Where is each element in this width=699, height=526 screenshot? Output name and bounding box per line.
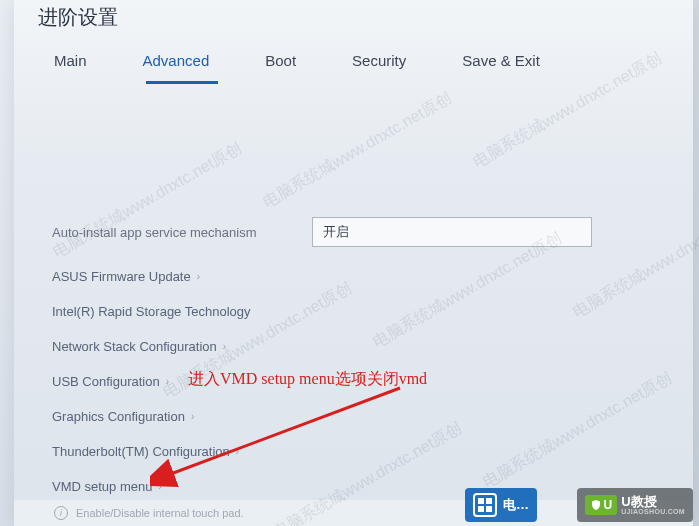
info-icon: i — [54, 506, 68, 520]
asus-fw-label: ASUS Firmware Update — [52, 269, 191, 284]
page-title: 进阶设置 — [38, 4, 118, 31]
auto-service-dropdown[interactable]: 开启 — [312, 217, 592, 247]
logo-u-cn: U教授 — [621, 495, 685, 508]
chevron-right-icon: › — [158, 481, 161, 492]
link-network-stack[interactable]: Network Stack Configuration › — [52, 339, 655, 354]
usb-label: USB Configuration — [52, 374, 160, 389]
vmd-label: VMD setup menu — [52, 479, 152, 494]
chevron-right-icon: › — [166, 376, 169, 387]
auto-service-label: Auto-install app service mechanism — [52, 225, 312, 240]
chevron-right-icon: › — [236, 446, 239, 457]
logo-u-badge: U — [604, 498, 613, 512]
tab-main[interactable]: Main — [54, 52, 87, 73]
auto-service-value: 开启 — [323, 223, 349, 241]
hint-text: Enable/Disable internal touch pad. — [76, 507, 244, 519]
link-usb-config[interactable]: USB Configuration › — [52, 374, 655, 389]
shield-icon: U — [585, 495, 618, 515]
chevron-right-icon: › — [197, 271, 200, 282]
link-intel-rst[interactable]: Intel(R) Rapid Storage Technology — [52, 304, 655, 319]
content-panel: Auto-install app service mechanism 开启 AS… — [14, 95, 693, 496]
tab-boot[interactable]: Boot — [265, 52, 296, 73]
logo-dian-text: 电… — [503, 496, 529, 514]
graphics-label: Graphics Configuration — [52, 409, 185, 424]
tab-security[interactable]: Security — [352, 52, 406, 73]
tab-bar: Main Advanced Boot Security Save & Exit — [14, 42, 693, 82]
chevron-right-icon: › — [191, 411, 194, 422]
setting-auto-service: Auto-install app service mechanism 开启 — [52, 217, 655, 247]
tab-underline — [146, 81, 218, 84]
tab-advanced[interactable]: Advanced — [143, 52, 210, 73]
thunderbolt-label: Thunderbolt(TM) Configuration — [52, 444, 230, 459]
logo-ujiaoshou: U U教授 UJIAOSHOU.COM — [577, 488, 693, 522]
logo-u-en: UJIAOSHOU.COM — [621, 508, 685, 515]
link-asus-firmware[interactable]: ASUS Firmware Update › — [52, 269, 655, 284]
tab-save-exit[interactable]: Save & Exit — [462, 52, 540, 73]
logo-dian: 电… — [465, 488, 537, 522]
link-thunderbolt-config[interactable]: Thunderbolt(TM) Configuration › — [52, 444, 655, 459]
link-graphics-config[interactable]: Graphics Configuration › — [52, 409, 655, 424]
grid-icon — [473, 493, 497, 517]
intel-rst-label: Intel(R) Rapid Storage Technology — [52, 304, 251, 319]
net-stack-label: Network Stack Configuration — [52, 339, 217, 354]
link-vmd-setup[interactable]: VMD setup menu › — [52, 479, 655, 494]
chevron-right-icon: › — [223, 341, 226, 352]
